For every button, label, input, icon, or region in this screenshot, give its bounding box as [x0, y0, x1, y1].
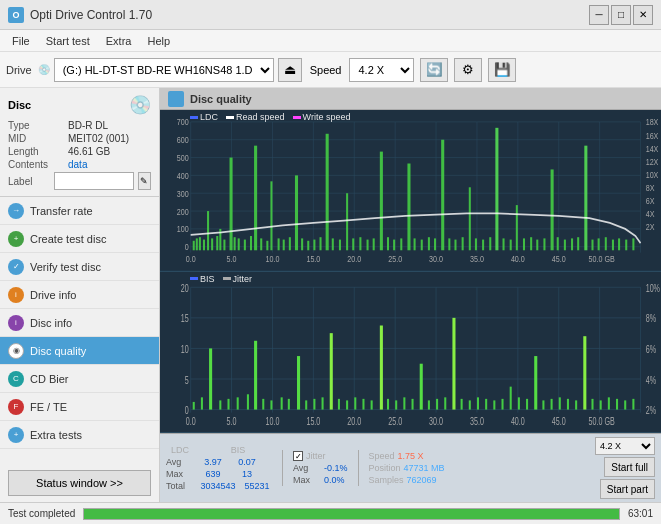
svg-rect-95 — [536, 240, 538, 251]
svg-text:20.0: 20.0 — [347, 415, 361, 427]
settings-button[interactable]: ⚙ — [454, 58, 482, 82]
svg-text:2X: 2X — [646, 223, 655, 233]
svg-rect-165 — [330, 333, 333, 409]
svg-rect-154 — [237, 397, 239, 409]
disc-label-row: Label ✎ — [8, 172, 151, 190]
max-label: Max — [166, 469, 194, 479]
svg-rect-184 — [485, 398, 487, 409]
svg-rect-166 — [338, 398, 340, 409]
svg-rect-41 — [203, 240, 205, 251]
avg-jitter-row: Avg -0.1% — [293, 463, 348, 473]
sidebar-item-drive-info[interactable]: i Drive info — [0, 281, 159, 309]
create-test-disc-label: Create test disc — [30, 233, 106, 245]
menu-help[interactable]: Help — [139, 33, 178, 49]
svg-rect-96 — [543, 238, 545, 250]
disc-label-input[interactable] — [54, 172, 134, 190]
disc-contents-value[interactable]: data — [68, 159, 87, 170]
svg-rect-82 — [448, 238, 450, 250]
save-button[interactable]: 💾 — [488, 58, 516, 82]
samples-value: 762069 — [407, 475, 437, 485]
svg-rect-175 — [412, 398, 414, 409]
sidebar-item-extra-tests[interactable]: + Extra tests — [0, 421, 159, 449]
disc-quality-header: Disc quality — [160, 88, 661, 110]
svg-text:600: 600 — [177, 136, 189, 146]
start-full-button[interactable]: Start full — [604, 457, 655, 477]
close-button[interactable]: ✕ — [633, 5, 653, 25]
svg-rect-92 — [516, 205, 518, 250]
menu-file[interactable]: File — [4, 33, 38, 49]
disc-type-row: Type BD-R DL — [8, 120, 151, 131]
disc-image-icon: 💿 — [129, 94, 151, 116]
samples-label: Samples — [369, 475, 404, 485]
svg-rect-152 — [219, 400, 221, 409]
sidebar-item-disc-info[interactable]: i Disc info — [0, 309, 159, 337]
avg-label: Avg — [166, 457, 194, 467]
status-text: Test completed — [8, 508, 75, 519]
disc-label-button[interactable]: ✎ — [138, 172, 151, 190]
ldc-legend-label: LDC — [200, 112, 218, 122]
speed-select[interactable]: 4.2 X — [349, 58, 414, 82]
right-controls: 4.2 X Start full Start part — [595, 437, 655, 499]
svg-rect-87 — [482, 240, 484, 251]
svg-rect-85 — [469, 187, 471, 250]
svg-rect-169 — [362, 398, 364, 409]
svg-text:500: 500 — [177, 154, 189, 164]
status-window-button[interactable]: Status window >> — [8, 470, 151, 496]
svg-rect-197 — [591, 398, 593, 409]
position-value: 47731 MB — [404, 463, 445, 473]
jitter-checkbox[interactable]: ✓ — [293, 451, 303, 461]
eject-button[interactable]: ⏏ — [278, 58, 302, 82]
svg-rect-186 — [501, 398, 503, 409]
minimize-button[interactable]: ─ — [589, 5, 609, 25]
sidebar-item-cd-bier[interactable]: C CD Bier — [0, 365, 159, 393]
sidebar-item-disc-quality[interactable]: ◉ Disc quality — [0, 337, 159, 365]
svg-text:700: 700 — [177, 118, 189, 128]
avg-bis-value: 0.07 — [232, 457, 262, 467]
max-row: Max 639 13 — [166, 469, 272, 479]
svg-rect-202 — [632, 398, 634, 409]
start-part-button[interactable]: Start part — [600, 479, 655, 499]
svg-rect-44 — [216, 236, 218, 250]
svg-rect-105 — [605, 237, 607, 250]
bis-legend-label: BIS — [200, 274, 215, 284]
sidebar-item-verify-test-disc[interactable]: ✓ Verify test disc — [0, 253, 159, 281]
svg-rect-183 — [477, 397, 479, 409]
svg-text:0: 0 — [185, 243, 189, 253]
disc-info-icon: i — [8, 315, 24, 331]
menu-extra[interactable]: Extra — [98, 33, 140, 49]
svg-text:4%: 4% — [646, 374, 656, 386]
bis-legend-dot — [190, 277, 198, 280]
total-ldc-value: 3034543 — [198, 481, 238, 491]
stats-headers: LDC BIS — [166, 445, 272, 455]
svg-text:18X: 18X — [646, 118, 659, 128]
svg-rect-191 — [542, 400, 544, 409]
svg-text:25.0: 25.0 — [388, 415, 402, 427]
svg-text:50.0 GB: 50.0 GB — [589, 415, 615, 427]
bis-chart: BIS Jitter — [160, 272, 661, 434]
disc-contents-label: Contents — [8, 159, 68, 170]
svg-text:40.0: 40.0 — [511, 255, 525, 265]
svg-rect-180 — [452, 317, 455, 409]
sidebar-item-create-test-disc[interactable]: + Create test disc — [0, 225, 159, 253]
menu-start-test[interactable]: Start test — [38, 33, 98, 49]
extra-tests-icon: + — [8, 427, 24, 443]
refresh-button[interactable]: 🔄 — [420, 58, 448, 82]
sidebar-item-fe-te[interactable]: F FE / TE — [0, 393, 159, 421]
svg-rect-80 — [434, 238, 436, 250]
svg-rect-68 — [352, 238, 354, 250]
svg-rect-185 — [493, 400, 495, 409]
svg-rect-83 — [454, 240, 456, 251]
svg-rect-188 — [518, 397, 520, 409]
max-jitter-row: Max 0.0% — [293, 475, 348, 485]
svg-rect-42 — [207, 211, 209, 250]
svg-rect-196 — [583, 336, 586, 409]
sidebar-item-transfer-rate[interactable]: → Transfer rate — [0, 197, 159, 225]
quality-speed-select[interactable]: 4.2 X — [595, 437, 655, 455]
svg-rect-57 — [283, 240, 285, 251]
svg-text:45.0: 45.0 — [552, 415, 566, 427]
svg-text:0.0: 0.0 — [186, 415, 196, 427]
drive-select[interactable]: (G:) HL-DT-ST BD-RE WH16NS48 1.D3 — [54, 58, 274, 82]
maximize-button[interactable]: □ — [611, 5, 631, 25]
svg-rect-69 — [359, 237, 361, 250]
svg-rect-100 — [571, 238, 573, 250]
